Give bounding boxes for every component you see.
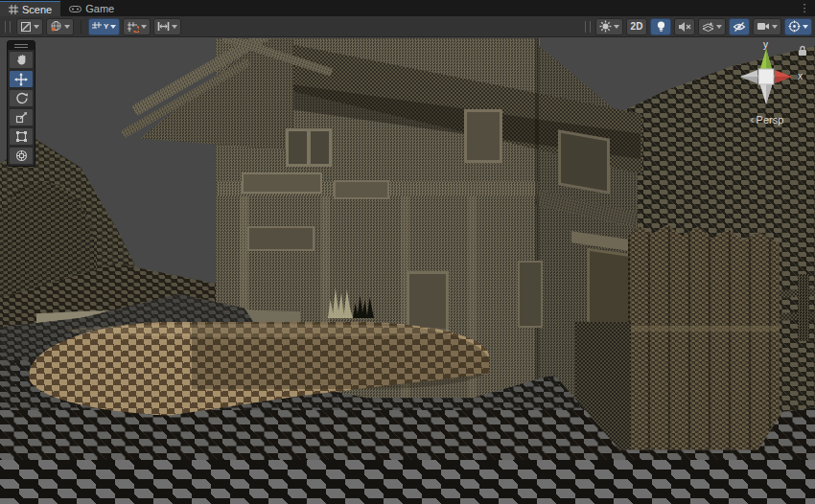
window-side — [558, 129, 610, 195]
overlay-drag-handle[interactable] — [585, 21, 591, 33]
scale-tool-button[interactable] — [9, 108, 34, 126]
rect-tool-button[interactable] — [9, 127, 34, 146]
draw-mode-dropdown[interactable] — [595, 18, 623, 35]
tab-bar: Scene Game ⋮ — [0, 0, 815, 16]
grid-axis-label: Y — [104, 22, 108, 31]
toolbar-separator — [81, 20, 82, 34]
2d-label: 2D — [631, 21, 643, 32]
projection-toggle[interactable]: ‹ Persp — [751, 113, 784, 126]
grid-snap-group: Y — [88, 18, 181, 35]
chevron-down-icon — [34, 25, 39, 29]
chevron-down-icon — [141, 25, 147, 29]
scene-audio-toggle-muted[interactable] — [674, 18, 695, 35]
snap-increment-dropdown[interactable] — [123, 18, 151, 35]
chevron-down-icon — [110, 25, 116, 29]
door-frame-narrow — [518, 261, 543, 328]
view-tool-button[interactable] — [9, 51, 34, 69]
scene-visibility-toggle[interactable] — [729, 18, 750, 35]
tool-settings-group — [16, 18, 74, 35]
axis-y-label: y — [763, 39, 768, 50]
window-upper-mid — [464, 109, 502, 163]
chevron-down-icon — [803, 25, 808, 29]
unity-editor-window: Scene Game ⋮ Y — [0, 0, 815, 504]
chevron-down-icon — [172, 25, 177, 29]
scene-grid-icon — [9, 5, 18, 14]
axis-neg-y-cone[interactable] — [759, 82, 773, 104]
fence-post — [798, 274, 809, 341]
shutter-strip-left — [242, 172, 322, 194]
grid-visual-dropdown[interactable]: Y — [88, 18, 120, 35]
handle-orientation-dropdown[interactable] — [46, 18, 74, 35]
chevron-down-icon — [716, 25, 722, 29]
transform-tool-button[interactable] — [9, 147, 34, 165]
view-options-group: 2D — [583, 18, 812, 35]
axis-neg-x-cone[interactable] — [740, 70, 757, 83]
palisade-plank-lines — [628, 222, 780, 454]
axis-y-cone[interactable] — [759, 49, 773, 72]
scene-view-toolbar: Y 2D — [0, 16, 815, 37]
snap-settings-dropdown[interactable] — [153, 18, 181, 35]
gizmo-lock-icon[interactable] — [798, 45, 807, 57]
chevron-down-icon — [614, 25, 619, 29]
window-upper-left-mullion — [307, 131, 311, 164]
rotate-tool-button[interactable] — [9, 89, 34, 107]
gizmos-dropdown[interactable] — [784, 18, 812, 35]
shutter-strip-mid — [334, 180, 389, 199]
gamepad-icon — [69, 5, 82, 13]
tool-settings-dropdown[interactable] — [16, 18, 43, 35]
effects-dropdown[interactable] — [698, 18, 726, 35]
tab-overflow-menu-icon[interactable]: ⋮ — [798, 1, 811, 15]
chevron-down-icon — [772, 25, 778, 29]
scene-lighting-toggle[interactable] — [650, 18, 671, 35]
tools-overlay-drag-handle[interactable] — [8, 41, 35, 50]
chevron-down-icon — [64, 25, 70, 29]
move-tool-button[interactable] — [9, 70, 34, 88]
2d-toggle-button[interactable]: 2D — [626, 18, 647, 35]
tab-game-label: Game — [85, 3, 114, 14]
tab-scene[interactable]: Scene — [0, 1, 60, 16]
tab-scene-label: Scene — [22, 4, 52, 15]
axis-x-label: x — [798, 71, 803, 81]
floor-strip-near — [0, 460, 815, 504]
camera-settings-dropdown[interactable] — [753, 18, 781, 35]
axis-x-cone[interactable] — [775, 70, 792, 83]
scene-viewport-canvas[interactable]: y x ‹ Persp — [0, 38, 815, 504]
gizmo-center-cube[interactable] — [758, 69, 774, 84]
tools-overlay — [7, 40, 35, 167]
tab-game[interactable]: Game — [60, 1, 123, 16]
palisade-mid-rail — [628, 326, 780, 332]
planter-rim-highlight — [67, 324, 451, 337]
house-corner-line — [535, 38, 539, 422]
persp-chevron-icon: ‹ — [751, 113, 755, 126]
projection-label: Persp — [757, 114, 784, 126]
window-lower-left — [247, 226, 314, 251]
overlay-drag-handle[interactable] — [5, 21, 11, 33]
